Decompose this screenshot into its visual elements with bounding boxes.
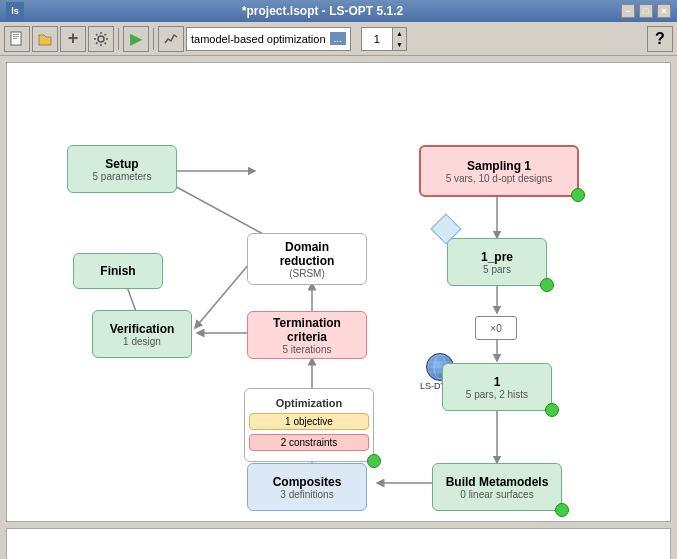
optimization-constraint: 2 constraints [249, 434, 369, 451]
checkbox-node[interactable]: ×0 [475, 316, 517, 340]
termination-node[interactable]: Termination criteria 5 iterations [247, 311, 367, 359]
separator-2 [153, 28, 154, 50]
window-title: *project.lsopt - LS-OPT 5.1.2 [24, 4, 621, 18]
composites-title: Composites [273, 475, 342, 489]
build-title: Build Metamodels [446, 475, 549, 489]
optimization-status [367, 454, 381, 468]
solver-status [545, 403, 559, 417]
termination-sub: 5 iterations [283, 344, 332, 355]
build-sub: 0 linear surfaces [460, 489, 533, 500]
verification-sub: 1 design [123, 336, 161, 347]
composites-node[interactable]: Composites 3 definitions [247, 463, 367, 511]
sampling-node[interactable]: Sampling 1 5 vars, 10 d-opt designs [419, 145, 579, 197]
combo-label: tamodel-based optimization [191, 33, 326, 45]
pre-title: 1_pre [481, 250, 513, 264]
open-button[interactable] [32, 26, 58, 52]
checkbox-label: ×0 [490, 323, 501, 334]
domain-title: Domain reduction [258, 240, 356, 268]
close-button[interactable]: × [657, 4, 671, 18]
sampling-status [571, 188, 585, 202]
solver-node[interactable]: 1 5 pars, 2 hists [442, 363, 552, 411]
spin-up[interactable]: ▲ [392, 28, 406, 39]
optimization-objective: 1 objective [249, 413, 369, 430]
sampling-sub: 5 vars, 10 d-opt designs [446, 173, 553, 184]
pre-node[interactable]: 1_pre 5 pars [447, 238, 547, 286]
svg-rect-3 [13, 38, 17, 39]
run-button[interactable]: ▶ [123, 26, 149, 52]
verification-title: Verification [110, 322, 175, 336]
setup-node[interactable]: Setup 5 parameters [67, 145, 177, 193]
svg-line-14 [195, 257, 255, 328]
domain-node[interactable]: Domain reduction (SRSM) [247, 233, 367, 285]
add-button[interactable]: + [60, 26, 86, 52]
maximize-button[interactable]: □ [639, 4, 653, 18]
solver-sub: 5 pars, 2 hists [466, 389, 528, 400]
pre-status [540, 278, 554, 292]
title-bar: ls *project.lsopt - LS-OPT 5.1.2 − □ × [0, 0, 677, 22]
sampling-title: Sampling 1 [467, 159, 531, 173]
domain-sub: (SRSM) [289, 268, 325, 279]
toolbar: + ▶ tamodel-based optimization ... ▲ ▼ ? [0, 22, 677, 56]
separator-1 [118, 28, 119, 50]
composites-sub: 3 definitions [280, 489, 333, 500]
pre-sub: 5 pars [483, 264, 511, 275]
finish-title: Finish [100, 264, 135, 278]
spin-arrows: ▲ ▼ [392, 28, 406, 50]
canvas-area: Setup 5 parameters Finish Verification 1… [6, 62, 671, 522]
build-node[interactable]: Build Metamodels 0 linear surfaces [432, 463, 562, 511]
svg-rect-1 [13, 34, 19, 35]
optimization-node[interactable]: Optimization 1 objective 2 constraints [244, 388, 374, 462]
spin-down[interactable]: ▼ [392, 39, 406, 50]
spin-input[interactable] [362, 28, 392, 50]
iteration-spinner[interactable]: ▲ ▼ [361, 27, 407, 51]
mode-combo[interactable]: tamodel-based optimization ... [186, 27, 351, 51]
setup-title: Setup [105, 157, 138, 171]
app-logo: ls [6, 2, 24, 20]
chart-button[interactable] [158, 26, 184, 52]
minimize-button[interactable]: − [621, 4, 635, 18]
finish-node[interactable]: Finish [73, 253, 163, 289]
bottom-panel [6, 528, 671, 559]
verification-node[interactable]: Verification 1 design [92, 310, 192, 358]
new-button[interactable] [4, 26, 30, 52]
termination-title: Termination criteria [258, 316, 356, 344]
svg-point-4 [98, 36, 104, 42]
settings-button[interactable] [88, 26, 114, 52]
help-button[interactable]: ? [647, 26, 673, 52]
window-controls: − □ × [621, 4, 671, 18]
combo-dots[interactable]: ... [330, 32, 346, 45]
build-status [555, 503, 569, 517]
svg-rect-2 [13, 36, 19, 37]
solver-title: 1 [494, 375, 501, 389]
optimization-title: Optimization [276, 397, 343, 409]
setup-sub: 5 parameters [93, 171, 152, 182]
title-bar-left: ls [6, 2, 24, 20]
